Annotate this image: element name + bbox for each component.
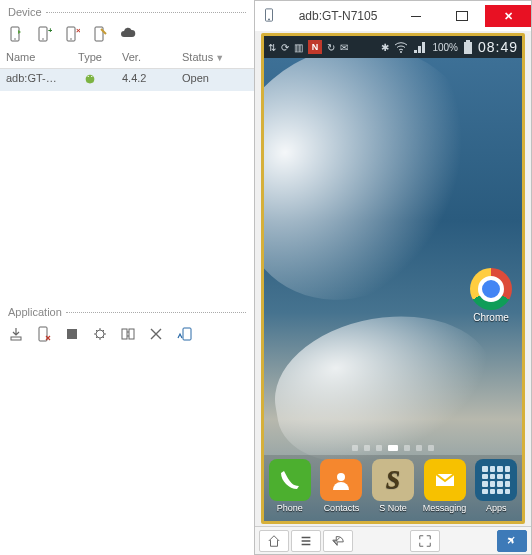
- col-ver[interactable]: Ver.: [116, 48, 176, 66]
- device-row-status: Open: [176, 69, 254, 91]
- home-button[interactable]: [259, 530, 289, 552]
- fit-button[interactable]: [410, 530, 440, 552]
- svg-rect-19: [183, 328, 191, 340]
- device-body-spacer: [0, 91, 254, 300]
- svg-rect-17: [122, 329, 127, 339]
- app-chrome[interactable]: Chrome: [470, 268, 512, 323]
- application-section-title: Application: [8, 306, 62, 318]
- screen-mirror-icon[interactable]: [176, 326, 192, 342]
- application-toolbar: [0, 322, 254, 346]
- uninstall-icon[interactable]: [36, 326, 52, 342]
- col-name[interactable]: Name: [0, 48, 64, 66]
- svg-text:×: ×: [76, 26, 80, 35]
- application-section-header: Application: [0, 300, 254, 322]
- device-row[interactable]: adb:GT-N71... 4.4.2 Open: [0, 69, 254, 91]
- battery-pct: 100%: [432, 42, 458, 53]
- mirror-window: adb:GT-N7105 ⇅ ⟳ ▥ N ↻ ✉ ✱ 100: [254, 0, 532, 555]
- dock-snote[interactable]: S S Note: [369, 459, 417, 513]
- svg-text:+: +: [48, 26, 52, 35]
- clock: 08:49: [478, 39, 518, 55]
- dock-messaging[interactable]: Messaging: [421, 459, 469, 513]
- cancel-icon[interactable]: [148, 326, 164, 342]
- dock-label: Phone: [266, 503, 314, 513]
- menu-button[interactable]: [291, 530, 321, 552]
- device-toolbar: + ×: [0, 22, 254, 46]
- header-separator: [46, 12, 246, 13]
- dock-apps[interactable]: Apps: [472, 459, 520, 513]
- home-wallpaper[interactable]: Chrome Phone Contacts S: [264, 58, 522, 521]
- device-add-icon[interactable]: +: [36, 26, 52, 42]
- device-row-ver: 4.4.2: [116, 69, 176, 91]
- window-title: adb:GT-N7105: [283, 9, 393, 23]
- app-label: Chrome: [470, 312, 512, 323]
- device-manager-panel: Device + × Name Type Ver. Status▼ adb:GT…: [0, 0, 254, 555]
- header-separator: [66, 312, 246, 313]
- svg-point-21: [268, 18, 270, 20]
- stop-icon[interactable]: [64, 326, 80, 342]
- svg-rect-14: [39, 327, 47, 341]
- cloud-icon[interactable]: [120, 26, 136, 42]
- chrome-icon: [470, 268, 512, 310]
- messaging-icon: [424, 459, 466, 501]
- svg-rect-10: [87, 77, 94, 82]
- device-table: Name Type Ver. Status▼ adb:GT-N71... 4.4…: [0, 46, 254, 91]
- snote-icon: S: [372, 459, 414, 501]
- dock: Phone Contacts S S Note Messaging: [264, 455, 522, 521]
- svg-point-22: [400, 51, 402, 53]
- signal-icon: [413, 41, 427, 53]
- svg-point-12: [91, 76, 92, 77]
- sort-desc-icon: ▼: [215, 53, 224, 63]
- back-button[interactable]: [323, 530, 353, 552]
- bluetooth-icon: ✱: [381, 42, 389, 53]
- application-body-spacer: [0, 346, 254, 555]
- device-section-header: Device: [0, 0, 254, 22]
- pin-button[interactable]: [497, 530, 527, 552]
- svg-rect-15: [67, 329, 77, 339]
- dock-phone[interactable]: Phone: [266, 459, 314, 513]
- page-indicator[interactable]: [264, 445, 522, 451]
- device-row-type: [64, 69, 116, 91]
- contacts-icon: [320, 459, 362, 501]
- svg-rect-24: [466, 40, 470, 42]
- install-icon[interactable]: [8, 326, 24, 342]
- dock-label: Messaging: [421, 503, 469, 513]
- col-type[interactable]: Type: [64, 48, 116, 66]
- window-maximize-button[interactable]: [439, 5, 485, 27]
- battery-icon: [463, 40, 473, 54]
- col-status[interactable]: Status▼: [176, 48, 254, 66]
- phone-icon: [269, 459, 311, 501]
- rotate-icon: ⟳: [281, 42, 289, 53]
- window-titlebar[interactable]: adb:GT-N7105: [255, 1, 531, 31]
- android-statusbar[interactable]: ⇅ ⟳ ▥ N ↻ ✉ ✱ 100% 08:49: [264, 36, 522, 58]
- svg-rect-23: [464, 42, 472, 54]
- window-minimize-button[interactable]: [393, 5, 439, 27]
- device-edit-icon[interactable]: [92, 26, 108, 42]
- dock-contacts[interactable]: Contacts: [317, 459, 365, 513]
- device-row-name: adb:GT-N71...: [0, 69, 64, 91]
- apps-icon: [475, 459, 517, 501]
- usb-icon: ⇅: [268, 42, 276, 53]
- device-section-title: Device: [8, 6, 42, 18]
- android-icon: [83, 72, 97, 86]
- svg-point-11: [88, 76, 89, 77]
- mirror-bottom-toolbar: [255, 526, 531, 554]
- mail-icon: ✉: [340, 42, 348, 53]
- sdcard-icon: ▥: [294, 42, 303, 53]
- window-app-icon: [255, 8, 283, 25]
- svg-point-25: [337, 473, 345, 481]
- wifi-icon: [394, 41, 408, 53]
- svg-point-6: [70, 38, 72, 40]
- device-table-header: Name Type Ver. Status▼: [0, 46, 254, 69]
- dock-label: S Note: [369, 503, 417, 513]
- sync-icon[interactable]: [120, 326, 136, 342]
- sync-status-icon: ↻: [327, 42, 335, 53]
- phone-screen[interactable]: ⇅ ⟳ ▥ N ↻ ✉ ✱ 100% 08:49: [261, 33, 525, 524]
- svg-rect-13: [11, 337, 21, 340]
- dock-label: Apps: [472, 503, 520, 513]
- svg-point-3: [42, 38, 44, 40]
- notification-badge-icon: N: [308, 40, 322, 54]
- device-remove-icon[interactable]: ×: [64, 26, 80, 42]
- window-close-button[interactable]: [485, 5, 531, 27]
- device-refresh-icon[interactable]: [8, 26, 24, 42]
- debug-icon[interactable]: [92, 326, 108, 342]
